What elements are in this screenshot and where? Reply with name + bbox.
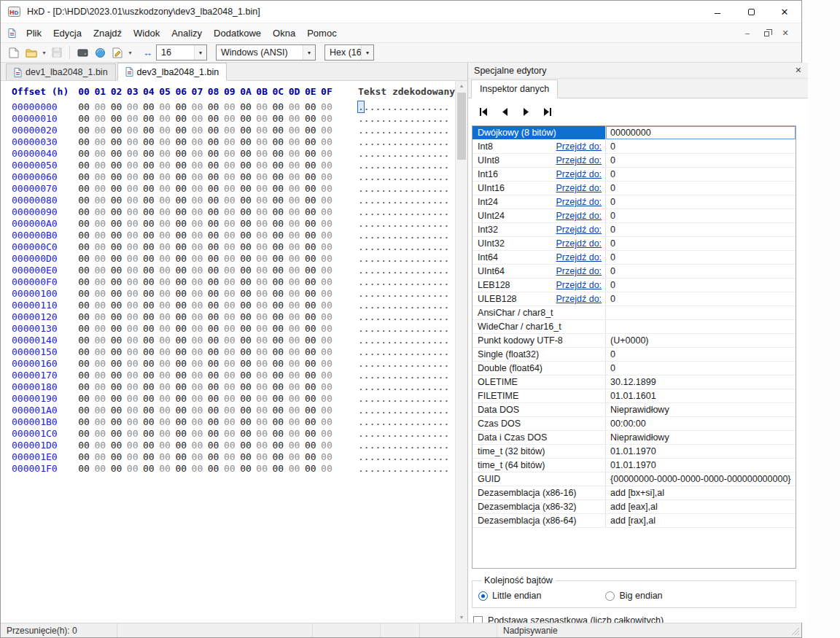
hex-byte[interactable]: 00 — [286, 113, 302, 125]
hex-byte[interactable]: 00 — [92, 218, 108, 230]
hex-byte[interactable]: 00 — [254, 358, 270, 370]
hex-byte[interactable]: 00 — [254, 113, 270, 125]
hex-byte[interactable]: 00 — [319, 241, 335, 253]
hex-byte[interactable]: 00 — [303, 405, 319, 416]
hex-byte[interactable]: 00 — [270, 358, 286, 370]
hex-byte[interactable]: 00 — [92, 346, 108, 358]
hex-byte[interactable]: 00 — [270, 463, 286, 475]
hex-byte[interactable]: 00 — [189, 195, 205, 206]
hex-byte[interactable]: 00 — [92, 160, 108, 171]
inspector-field-value[interactable]: Nieprawidłowy — [606, 403, 795, 416]
hex-byte[interactable]: 00 — [303, 311, 319, 323]
hex-byte[interactable]: 00 — [125, 125, 141, 136]
hex-byte[interactable]: 00 — [319, 370, 335, 381]
hex-byte[interactable]: 00 — [173, 405, 189, 416]
hex-byte[interactable]: 00 — [92, 136, 108, 148]
hex-byte[interactable]: 00 — [238, 405, 254, 416]
tab-dev3_lba2048_1.bin[interactable]: dev3_lba2048_1.bin — [117, 63, 228, 81]
hex-byte[interactable]: 00 — [222, 358, 238, 370]
inspector-field-value[interactable]: 00:00:00 — [606, 417, 795, 430]
hex-byte[interactable]: 00 — [286, 265, 302, 276]
hex-byte[interactable]: 00 — [303, 101, 319, 113]
decoded-text[interactable]: ................ — [358, 101, 449, 113]
hex-byte[interactable]: 00 — [157, 253, 173, 265]
hex-byte[interactable]: 00 — [108, 241, 124, 253]
scrollbar-thumb[interactable] — [457, 93, 466, 160]
hex-byte[interactable]: 00 — [189, 440, 205, 451]
decoded-text[interactable]: ................ — [358, 323, 449, 335]
hex-byte[interactable]: 00 — [173, 440, 189, 451]
hex-byte[interactable]: 00 — [173, 195, 189, 206]
hex-byte[interactable]: 00 — [303, 335, 319, 346]
hex-byte[interactable]: 00 — [189, 346, 205, 358]
hex-byte[interactable]: 00 — [286, 206, 302, 218]
hex-byte[interactable]: 00 — [222, 311, 238, 323]
hex-byte[interactable]: 00 — [222, 101, 238, 113]
hex-byte[interactable]: 00 — [303, 230, 319, 241]
panel-close-button[interactable]: ✕ — [795, 66, 801, 75]
hex-byte[interactable]: 00 — [206, 335, 222, 346]
hex-byte[interactable]: 00 — [254, 136, 270, 148]
hex-byte[interactable]: 00 — [254, 241, 270, 253]
hex-byte[interactable]: 00 — [222, 195, 238, 206]
hex-byte[interactable]: 00 — [189, 171, 205, 183]
hex-byte[interactable]: 00 — [286, 405, 302, 416]
decoded-text[interactable]: ................ — [358, 148, 449, 160]
hex-byte[interactable]: 00 — [254, 416, 270, 428]
hex-byte[interactable]: 00 — [125, 101, 141, 113]
hex-byte[interactable]: 00 — [189, 335, 205, 346]
hex-byte[interactable]: 00 — [303, 265, 319, 276]
hex-byte[interactable]: 00 — [76, 440, 92, 451]
inspector-field-value[interactable]: add [bx+si],al — [606, 486, 795, 499]
goto-link[interactable]: Przejdź do: — [556, 252, 602, 262]
hex-byte[interactable]: 00 — [76, 381, 92, 393]
hex-byte[interactable]: 00 — [222, 276, 238, 288]
hex-byte[interactable]: 00 — [173, 300, 189, 311]
hex-byte[interactable]: 00 — [108, 358, 124, 370]
hex-byte[interactable]: 00 — [141, 428, 157, 440]
hex-byte[interactable]: 00 — [303, 125, 319, 136]
hex-byte[interactable]: 00 — [286, 428, 302, 440]
hex-byte[interactable]: 00 — [238, 393, 254, 405]
hex-byte[interactable]: 00 — [206, 276, 222, 288]
hex-byte[interactable]: 00 — [254, 440, 270, 451]
save-button[interactable] — [48, 44, 66, 61]
hex-byte[interactable]: 00 — [222, 416, 238, 428]
hex-byte[interactable]: 00 — [238, 148, 254, 160]
hex-byte[interactable]: 00 — [222, 335, 238, 346]
hex-byte[interactable]: 00 — [222, 230, 238, 241]
hex-byte[interactable]: 00 — [141, 160, 157, 171]
hex-byte[interactable]: 00 — [319, 253, 335, 265]
hex-byte[interactable]: 00 — [125, 265, 141, 276]
hex-byte[interactable]: 00 — [222, 125, 238, 136]
hex-byte[interactable]: 00 — [286, 370, 302, 381]
hex-byte[interactable]: 00 — [141, 171, 157, 183]
hex-byte[interactable]: 00 — [189, 288, 205, 300]
decoded-text[interactable]: ................ — [358, 253, 449, 265]
hex-byte[interactable]: 00 — [206, 370, 222, 381]
hex-byte[interactable]: 00 — [189, 218, 205, 230]
maximize-button[interactable] — [734, 1, 768, 23]
hex-byte[interactable]: 00 — [141, 311, 157, 323]
hex-byte[interactable]: 00 — [319, 335, 335, 346]
hex-byte[interactable]: 00 — [92, 230, 108, 241]
hex-byte[interactable]: 00 — [286, 241, 302, 253]
hex-byte[interactable]: 00 — [173, 113, 189, 125]
hex-byte[interactable]: 00 — [238, 171, 254, 183]
hex-byte[interactable]: 00 — [303, 393, 319, 405]
hex-byte[interactable]: 00 — [141, 230, 157, 241]
hex-byte[interactable]: 00 — [303, 218, 319, 230]
hex-byte[interactable]: 00 — [157, 405, 173, 416]
hex-byte[interactable]: 00 — [303, 346, 319, 358]
hex-byte[interactable]: 00 — [286, 230, 302, 241]
hex-byte[interactable]: 00 — [270, 206, 286, 218]
hex-byte[interactable]: 00 — [92, 241, 108, 253]
hex-byte[interactable]: 00 — [286, 416, 302, 428]
decoded-text[interactable]: ................ — [358, 370, 449, 381]
hex-byte[interactable]: 00 — [173, 230, 189, 241]
hex-byte[interactable]: 00 — [108, 381, 124, 393]
hex-byte[interactable]: 00 — [92, 265, 108, 276]
hex-byte[interactable]: 00 — [92, 125, 108, 136]
close-button[interactable]: ✕ — [768, 1, 801, 23]
hex-byte[interactable]: 00 — [189, 241, 205, 253]
